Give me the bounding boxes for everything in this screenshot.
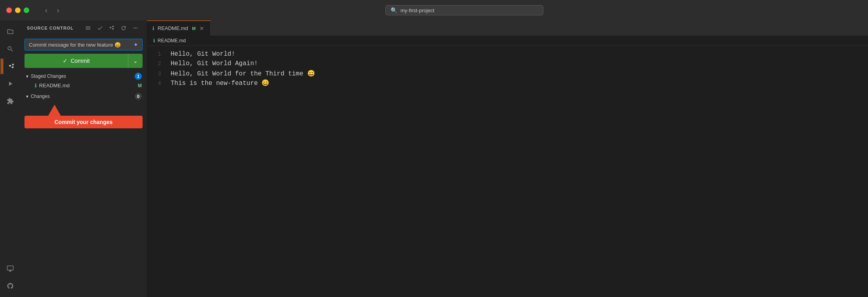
code-line-3: 3 Hello, Git World for the Third time 😄 <box>147 70 868 79</box>
nav-buttons: ‹ › <box>42 5 62 16</box>
line-number-3: 3 <box>147 71 171 77</box>
minimize-button[interactable] <box>15 8 21 13</box>
maximize-button[interactable] <box>24 8 29 13</box>
traffic-lights <box>6 8 29 13</box>
sparkle-icon[interactable]: ✦ <box>133 41 138 48</box>
github-icon <box>7 282 14 289</box>
checkmark-icon <box>97 25 103 31</box>
readme-filename: README.md <box>39 83 70 88</box>
readme-staged-file-item[interactable]: ℹ README.md M <box>24 81 143 90</box>
activity-item-run[interactable] <box>2 76 18 92</box>
staged-changes-section: ▼ Staged Changes 1 ℹ README.md M <box>21 71 147 90</box>
checkmark-button[interactable] <box>95 24 105 32</box>
commit-dropdown-button[interactable]: ⌄ <box>128 54 143 68</box>
code-line-4: 4 This is the new-feature 😄 <box>147 79 868 88</box>
monitor-icon <box>7 265 14 272</box>
tab-modified-badge: M <box>192 26 195 31</box>
run-icon <box>7 80 14 87</box>
staged-changes-label: Staged Changes <box>31 73 66 79</box>
activity-item-search[interactable] <box>2 41 18 57</box>
line-number-1: 1 <box>147 51 171 57</box>
sidebar: SOURCE CONTROL <box>21 21 147 297</box>
sidebar-title: SOURCE CONTROL <box>27 26 74 30</box>
staged-changes-chevron-icon: ▼ <box>25 74 29 79</box>
code-line-1: 1 Hello, Git World! <box>147 51 868 60</box>
activity-item-extensions[interactable] <box>2 93 18 109</box>
files-icon <box>7 28 14 35</box>
tab-bar: ℹ README.md M ✕ <box>147 21 868 36</box>
activity-item-remote[interactable] <box>2 261 18 276</box>
search-text: my-first-project <box>400 8 434 13</box>
info-icon: ℹ <box>35 83 37 88</box>
source-control-icon <box>8 63 15 70</box>
nav-back-button[interactable]: ‹ <box>42 5 51 16</box>
commit-button-row: ✓ Commit ⌄ <box>24 54 143 68</box>
commit-button-label: Commit <box>71 58 90 64</box>
branch-button[interactable] <box>107 24 116 32</box>
line-content-2: Hello, Git World Again! <box>171 60 258 67</box>
editor-area: ℹ README.md M ✕ ℹ README.md 1 Hello, Git… <box>147 21 868 297</box>
line-number-2: 2 <box>147 60 171 67</box>
changes-label: Changes <box>31 94 50 99</box>
line-content-4: This is the new-feature 😄 <box>171 79 269 87</box>
hamburger-menu-button[interactable] <box>83 24 93 32</box>
ellipsis-icon <box>132 25 139 31</box>
readme-status-badge: M <box>138 83 142 88</box>
activity-bar <box>0 21 21 297</box>
changes-badge: 0 <box>135 93 142 100</box>
code-area[interactable]: 1 Hello, Git World! 2 Hello, Git World A… <box>147 46 868 297</box>
hamburger-icon <box>85 25 91 31</box>
annotation-text: Commit your changes <box>54 119 113 125</box>
changes-section: ▼ Changes 0 <box>21 91 147 102</box>
branch-icon <box>109 25 115 31</box>
refresh-icon <box>120 25 127 31</box>
activity-item-source-control[interactable] <box>2 58 18 74</box>
commit-input-wrapper: ✦ <box>24 39 143 51</box>
breadcrumb-info-icon: ℹ <box>153 38 155 43</box>
line-content-3: Hello, Git World for the Third time 😄 <box>171 70 315 77</box>
main-layout: SOURCE CONTROL <box>0 21 868 297</box>
search-bar[interactable]: 🔍 my-first-project <box>385 5 543 15</box>
search-icon <box>7 45 14 53</box>
annotation-container: Commit your changes <box>24 105 143 128</box>
activity-item-explorer[interactable] <box>2 24 18 39</box>
commit-message-input[interactable] <box>29 42 131 48</box>
commit-button[interactable]: ✓ Commit <box>24 54 128 68</box>
close-button[interactable] <box>6 8 12 13</box>
annotation-arrow <box>48 105 61 116</box>
breadcrumb-bar: ℹ README.md <box>147 36 868 46</box>
sidebar-actions <box>83 24 140 32</box>
more-button[interactable] <box>131 24 140 32</box>
search-icon: 🔍 <box>391 7 397 13</box>
sidebar-header: SOURCE CONTROL <box>21 21 147 36</box>
staged-changes-badge: 1 <box>135 73 142 80</box>
breadcrumb-filename: README.md <box>158 38 186 43</box>
extensions-icon <box>7 98 14 105</box>
dropdown-chevron-icon: ⌄ <box>133 58 138 64</box>
activity-item-github[interactable] <box>2 278 18 294</box>
nav-forward-button[interactable]: › <box>54 5 62 16</box>
line-number-4: 4 <box>147 80 171 86</box>
staged-changes-header[interactable]: ▼ Staged Changes 1 <box>24 71 143 81</box>
tab-filename: README.md <box>158 25 188 31</box>
refresh-button[interactable] <box>119 24 128 32</box>
commit-checkmark-icon: ✓ <box>63 58 68 64</box>
code-line-2: 2 Hello, Git World Again! <box>147 60 868 70</box>
readme-tab[interactable]: ℹ README.md M ✕ <box>147 21 211 36</box>
tab-info-icon: ℹ <box>152 26 154 31</box>
commit-input-area: ✦ <box>21 36 147 54</box>
changes-header[interactable]: ▼ Changes 0 <box>24 91 143 102</box>
changes-chevron-icon: ▼ <box>25 94 29 99</box>
tab-close-button[interactable]: ✕ <box>199 25 205 32</box>
line-content-1: Hello, Git World! <box>171 51 235 58</box>
titlebar: ‹ › 🔍 my-first-project <box>0 0 868 21</box>
annotation-box: Commit your changes <box>24 116 143 128</box>
